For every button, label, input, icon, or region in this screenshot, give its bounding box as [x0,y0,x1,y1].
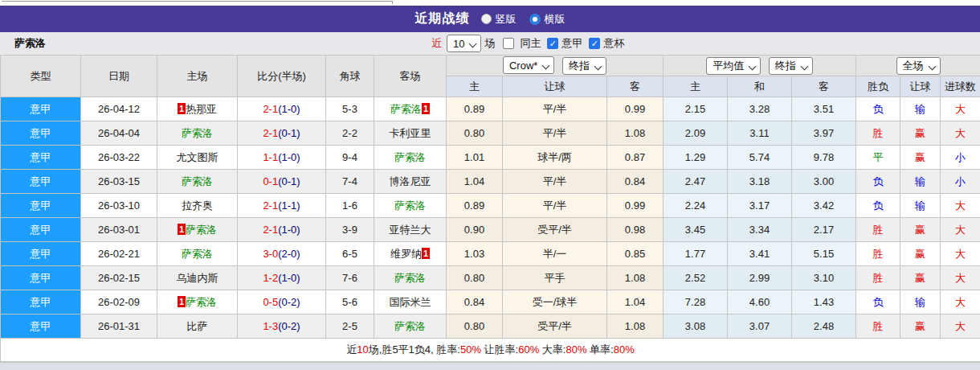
score-cell: 1-3(0-2) [238,314,326,339]
home-odds: 0.84 [447,290,503,314]
home-odds: 0.80 [447,121,503,146]
home-team-cell: 尤文图斯 [157,146,238,170]
corner-count: 9-4 [326,146,374,170]
home-team-name: 乌迪内斯 [177,272,218,284]
subcol-wdl: 胜负 [856,76,900,97]
summary-text: 近10场,胜5平1负4, 胜率:50% 让胜率:60% 大率:80% 单率:80… [1,339,980,362]
avg-away-odds: 1.43 [792,290,856,314]
summary-big-label: 大率: [539,343,566,356]
table-row: 意甲 26-01-31 比萨 1-3(0-2) 2-5 萨索洛 0.80 受平/… [1,314,980,339]
odds-stage-select-1[interactable]: 终指 [562,57,606,75]
handicap-line: 平/半 [503,97,607,121]
away-odds: 1.08 [607,121,664,146]
match-date: 26-04-12 [81,97,157,121]
radio-option-horizontal[interactable]: 横版 [529,12,566,27]
handicap-line: 平/半 [503,194,607,218]
handicap-line: 平/半 [503,170,607,194]
home-team-name: 萨索洛 [182,248,213,260]
wdl-result: 胜 [856,266,900,290]
match-date: 26-03-10 [81,194,157,218]
radio-label-vertical: 竖版 [496,12,517,27]
away-team-name: 萨索洛 [390,103,422,115]
result-group-cell: 全场 [856,56,980,76]
average-select[interactable]: 平均值 [706,57,761,75]
goals-result: 大 [941,121,980,146]
subcol-avg-draw: 和 [728,76,792,97]
away-odds: 0.99 [607,194,664,218]
table-row: 意甲 26-03-22 尤文图斯 1-1(1-0) 9-4 萨索洛 1.01 球… [1,146,980,170]
away-team-name: 卡利亚里 [390,127,431,139]
top-strip [0,0,980,6]
avg-home-odds: 1.77 [664,242,728,266]
handicap-line: 半/一 [503,242,607,266]
unit-label: 场 [484,36,495,51]
table-row: 意甲 26-02-21 萨索洛 3-0(2-0) 6-5 维罗纳1 1.03 半… [1,242,980,266]
summary-win-rate: 50% [460,343,481,356]
handicap-line: 平/半 [503,121,607,146]
away-team-name: 萨索洛 [394,151,426,163]
away-odds: 0.85 [607,242,664,266]
away-odds: 0.98 [607,218,664,242]
home-team-cell: 1萨索洛 [157,290,238,314]
red-card-badge: 1 [178,224,186,235]
handicap-result: 赢 [900,121,941,146]
handicap-line: 受平/半 [503,218,607,242]
italy-cup-checkbox[interactable]: ✓ [589,38,600,49]
radio-checked-icon[interactable] [529,14,541,25]
score-cell: 2-1(0-1) [238,121,326,146]
radio-option-vertical[interactable]: 竖版 [481,12,517,27]
wdl-result: 胜 [856,314,900,339]
full-time-score: 3-0 [263,248,278,260]
avg-draw-odds: 3.34 [728,218,792,242]
avg-draw-odds: 4.60 [728,290,792,314]
table-row: 意甲 26-03-01 1萨索洛 2-1(1-0) 3-9 亚特兰大 0.90 … [1,218,980,242]
radio-label-horizontal: 横版 [545,12,566,27]
corner-count: 2-5 [326,314,374,339]
red-card-badge: 1 [178,103,186,114]
subcol-goals: 进球数 [941,76,980,97]
half-time-score: (1-1) [278,199,300,212]
summary-count: 10 [357,343,368,356]
away-team-name: 博洛尼亚 [390,175,431,187]
avg-draw-odds: 3.07 [728,314,792,339]
bookmaker-select[interactable]: Crow* [503,56,554,74]
summary-handicap-label: 让胜率: [481,343,518,356]
average-select-value: 平均值 [713,59,744,73]
corner-count: 5-6 [326,290,374,314]
radio-unchecked-icon[interactable] [481,14,492,24]
wdl-result: 负 [856,97,900,121]
serie-a-checkbox[interactable]: ✓ [547,38,558,49]
corner-count: 2-2 [326,121,374,146]
score-cell: 2-1(1-0) [238,97,326,121]
summary-single-label: 单率: [586,343,613,356]
table-header: 类型 日期 主场 比分(半场) 角球 客场 Crow* 终指 平均值 终指 全场 [1,56,980,97]
match-date: 26-01-31 [81,314,157,339]
avg-home-odds: 2.15 [664,97,728,121]
subcol-away-odds: 客 [607,76,664,97]
summary-record: 场,胜5平1负4, 胜率: [369,343,460,356]
away-team-name: 维罗纳 [390,248,422,260]
away-team-cell: 亚特兰大 [374,218,447,242]
col-header-home: 主场 [157,56,238,97]
score-cell: 3-0(2-0) [238,242,326,266]
col-header-type: 类型 [1,56,81,97]
avg-home-odds: 3.08 [664,314,728,339]
goals-result: 大 [941,290,980,314]
away-team-name: 亚特兰大 [390,224,431,236]
odds-stage-select-2[interactable]: 终指 [769,57,813,75]
score-cell: 0-1(0-1) [238,170,326,194]
col-header-corner: 角球 [326,56,374,97]
full-time-score: 1-3 [263,320,278,332]
home-odds: 1.04 [447,170,503,194]
avg-home-odds: 3.45 [664,218,728,242]
full-match-select[interactable]: 全场 [896,57,941,75]
full-time-score: 1-2 [263,272,278,284]
half-time-score: (1-0) [278,272,300,284]
home-team-name: 萨索洛 [182,127,213,139]
red-card-badge: 1 [422,103,430,114]
summary-handicap-rate: 60% [518,343,539,356]
goals-result: 大 [941,194,980,218]
same-home-checkbox[interactable] [503,38,514,49]
home-team-cell: 萨索洛 [157,121,238,146]
match-count-select[interactable]: 10 [447,35,481,52]
